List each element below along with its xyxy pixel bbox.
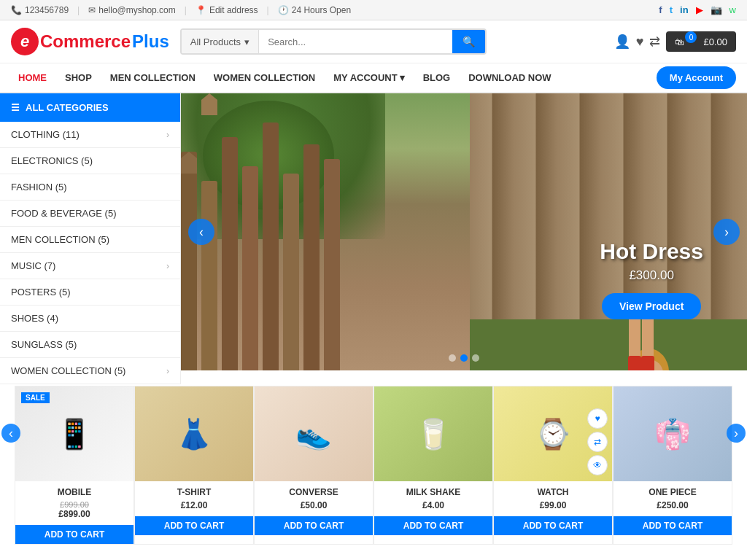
- product-image-tshirt: 👗: [135, 386, 253, 481]
- search-category-dropdown[interactable]: All Products ▾: [182, 30, 259, 53]
- add-to-cart-watch[interactable]: ADD TO CART: [494, 516, 612, 535]
- top-bar-left: 📞 123456789 | ✉ hello@myshop.com | 📍 Edi…: [11, 5, 351, 15]
- cart-amount: £0.00: [703, 36, 727, 47]
- product-card-mobile[interactable]: SALE 📱 MOBILE £999.00 £899.00 ADD TO CAR…: [15, 386, 134, 545]
- chevron-right-icon-women: ›: [166, 366, 169, 376]
- whatsapp-link[interactable]: w: [729, 4, 736, 15]
- product-image-converse: 👟: [255, 386, 373, 481]
- facebook-link[interactable]: f: [659, 4, 662, 15]
- hero-slide: Hot Dress £300.00 View Product ‹ ›: [181, 93, 747, 370]
- product-image-onepiece: 👘: [614, 386, 732, 481]
- product-action-icons: ♥ ⇄ 👁: [587, 408, 608, 475]
- sidebar-item-sunglass[interactable]: SUNGLASS (5): [0, 332, 180, 358]
- main-nav: HOME SHOP MEN COLLECTION WOMEN COLLECTIO…: [0, 63, 747, 93]
- products-next-button[interactable]: ›: [727, 424, 746, 443]
- phone-info: 📞 123456789: [11, 5, 69, 15]
- product-name-watch: WATCH: [500, 487, 606, 497]
- wishlist-btn-watch[interactable]: ♥: [587, 408, 608, 429]
- product-card-milkshake[interactable]: 🥛 MILK SHAKE £4.00 ADD TO CART: [374, 386, 493, 545]
- products-row: SALE 📱 MOBILE £999.00 £899.00 ADD TO CAR…: [15, 386, 732, 545]
- logo[interactable]: e Commerce Plus: [11, 28, 169, 55]
- instagram-link[interactable]: 📷: [711, 4, 722, 15]
- products-prev-button[interactable]: ‹: [1, 424, 20, 443]
- hero-dot-2[interactable]: [460, 354, 468, 362]
- header-icons: 👤 ♥ ⇄ 🛍 0 £0.00: [614, 31, 736, 52]
- sidebar-header: ☰ ALL CATEGORIES: [0, 93, 180, 122]
- product-info-milkshake: MILK SHAKE £4.00: [374, 481, 492, 516]
- add-to-cart-milkshake[interactable]: ADD TO CART: [374, 516, 492, 535]
- twitter-link[interactable]: t: [670, 4, 673, 15]
- sidebar-item-posters[interactable]: POSTERS (5): [0, 279, 180, 306]
- product-price-watch: £99.00: [500, 500, 606, 510]
- product-info-mobile: MOBILE £999.00 £899.00: [15, 481, 133, 525]
- hero-dot-1[interactable]: [449, 354, 456, 362]
- product-card-tshirt[interactable]: 👗 T-SHIRT £12.00 ADD TO CART: [134, 386, 254, 545]
- hours-text: 24 Hours Open: [292, 5, 351, 15]
- compare-icon[interactable]: ⇄: [649, 34, 660, 50]
- menu-icon: ☰: [11, 102, 20, 113]
- logo-text: Commerce: [40, 31, 131, 52]
- sidebar-item-music[interactable]: MUSIC (7) ›: [0, 253, 180, 279]
- hero-next-button[interactable]: ›: [713, 219, 740, 245]
- add-to-cart-onepiece[interactable]: ADD TO CART: [614, 516, 732, 535]
- sidebar-item-men-collection[interactable]: MEN COLLECTION (5): [0, 227, 180, 253]
- sidebar-item-clothing[interactable]: CLOTHING (11) ›: [0, 122, 180, 148]
- sidebar-item-electronics[interactable]: ELECTRONICS (5): [0, 148, 180, 174]
- sidebar-item-fashion[interactable]: FASHION (5): [0, 174, 180, 201]
- search-button[interactable]: 🔍: [452, 30, 485, 53]
- product-name-tshirt: T-SHIRT: [141, 487, 247, 497]
- account-icon[interactable]: 👤: [614, 34, 630, 50]
- social-links: f t in ▶ 📷 w: [659, 4, 736, 15]
- nav-account-button[interactable]: My Account: [657, 66, 736, 89]
- add-to-cart-mobile[interactable]: ADD TO CART: [15, 525, 133, 544]
- search-bar: All Products ▾ 🔍: [180, 28, 487, 55]
- sidebar: ☰ ALL CATEGORIES CLOTHING (11) › ELECTRO…: [0, 93, 181, 384]
- sidebar-item-women-collection[interactable]: WOMEN COLLECTION (5) ›: [0, 358, 180, 384]
- email-info: ✉ hello@myshop.com: [88, 5, 176, 15]
- compare-btn-watch[interactable]: ⇄: [587, 432, 608, 452]
- nav-my-account[interactable]: MY ACCOUNT ▾: [326, 63, 411, 92]
- main-content: ☰ ALL CATEGORIES CLOTHING (11) › ELECTRO…: [0, 93, 747, 384]
- product-info-converse: CONVERSE £50.00: [255, 481, 373, 516]
- product-card-watch[interactable]: ⌚ ♥ ⇄ 👁 WATCH £99.00 ADD TO CART: [493, 386, 613, 545]
- product-price-milkshake: £4.00: [380, 500, 487, 510]
- sidebar-title: ALL CATEGORIES: [26, 102, 109, 113]
- product-price-tshirt: £12.00: [141, 500, 247, 510]
- address-link[interactable]: Edit address: [209, 5, 258, 15]
- product-name-milkshake: MILK SHAKE: [380, 487, 487, 497]
- product-info-onepiece: ONE PIECE £250.00: [614, 481, 732, 516]
- hours-info: 🕐 24 Hours Open: [278, 5, 351, 15]
- nav-download-now[interactable]: DOWNLOAD NOW: [461, 63, 558, 92]
- sale-badge: SALE: [21, 392, 50, 403]
- cart-badge: 0: [685, 31, 697, 43]
- add-to-cart-converse[interactable]: ADD TO CART: [255, 516, 373, 535]
- wishlist-icon[interactable]: ♥: [636, 34, 644, 50]
- chevron-down-icon: ▾: [244, 36, 249, 47]
- email-link[interactable]: hello@myshop.com: [98, 5, 176, 15]
- product-card-onepiece[interactable]: 👘 ONE PIECE £250.00 ADD TO CART: [613, 386, 732, 545]
- cart-button[interactable]: 🛍 0 £0.00: [666, 31, 736, 52]
- nav-shop[interactable]: SHOP: [58, 63, 99, 92]
- nav-men-collection[interactable]: MEN COLLECTION: [103, 63, 203, 92]
- linkedin-link[interactable]: in: [680, 4, 689, 15]
- top-bar: 📞 123456789 | ✉ hello@myshop.com | 📍 Edi…: [0, 0, 747, 20]
- hero-view-product-button[interactable]: View Product: [602, 293, 701, 319]
- product-info-watch: WATCH £99.00: [494, 481, 612, 516]
- nav-women-collection[interactable]: WOMEN COLLECTION: [206, 63, 322, 92]
- hero-title: Hot Dress: [600, 239, 703, 264]
- product-price-mobile: £899.00: [21, 509, 128, 519]
- nav-blog[interactable]: BLOG: [416, 63, 458, 92]
- quickview-btn-watch[interactable]: 👁: [587, 455, 608, 475]
- nav-home[interactable]: HOME: [11, 63, 54, 92]
- dropdown-icon: ▾: [400, 72, 405, 83]
- hero-slider: Hot Dress £300.00 View Product ‹ ›: [181, 93, 747, 370]
- sidebar-item-shoes[interactable]: SHOES (4): [0, 306, 180, 332]
- search-input[interactable]: [259, 30, 452, 53]
- add-to-cart-tshirt[interactable]: ADD TO CART: [135, 516, 253, 535]
- product-card-converse[interactable]: 👟 CONVERSE £50.00 ADD TO CART: [254, 386, 374, 545]
- sidebar-item-food-beverage[interactable]: FOOD & BEVERAGE (5): [0, 201, 180, 227]
- hero-dot-3[interactable]: [472, 354, 479, 362]
- youtube-link[interactable]: ▶: [696, 4, 703, 15]
- product-price-converse: £50.00: [260, 500, 367, 510]
- hero-prev-button[interactable]: ‹: [188, 219, 214, 245]
